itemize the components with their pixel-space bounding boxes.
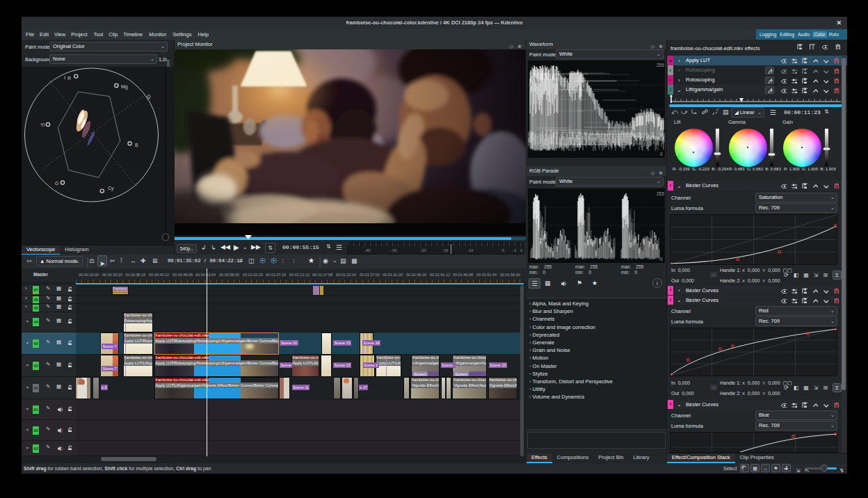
svg-text:G: G [55, 181, 58, 186]
svg-text:0: 0 [660, 257, 663, 262]
svg-text:B: B [135, 143, 138, 147]
svg-text:Yl: Yl [40, 122, 45, 127]
svg-text:Mg: Mg [121, 84, 128, 90]
svg-text:Q: Q [147, 94, 151, 99]
svg-text:255: 255 [657, 63, 664, 67]
svg-text:Cy: Cy [108, 186, 114, 191]
svg-text:0: 0 [660, 152, 663, 156]
svg-text:I: I [64, 75, 65, 80]
svg-text:255: 255 [657, 191, 664, 196]
svg-text:R: R [67, 76, 71, 81]
